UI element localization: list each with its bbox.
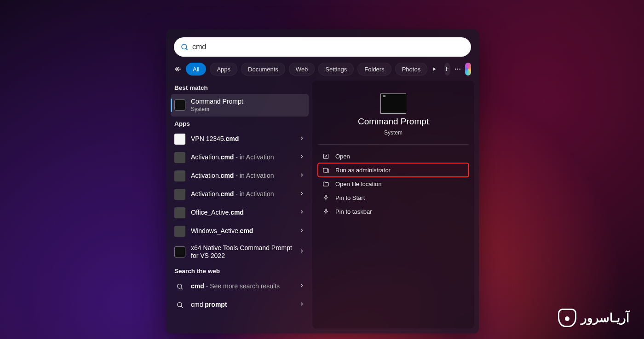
chevron-right-icon — [299, 248, 305, 256]
action-label: Run as administrator — [335, 167, 391, 174]
back-button[interactable] — [174, 62, 182, 76]
app-name: Command Prompt — [358, 117, 429, 127]
script-icon — [174, 226, 185, 237]
chevron-right-icon — [299, 172, 305, 180]
app-large-icon — [380, 94, 406, 114]
chevron-right-icon — [299, 190, 305, 199]
filter-folders[interactable]: Folders — [357, 63, 391, 76]
svg-line-11 — [181, 306, 183, 307]
search-icon — [174, 281, 185, 292]
action-pin-to-start[interactable]: Pin to Start — [318, 191, 469, 205]
chevron-right-icon — [299, 227, 305, 235]
result-best-match[interactable]: Command Prompt System — [171, 94, 309, 117]
action-run-as-administrator[interactable]: Run as administrator — [318, 163, 469, 177]
filter-web[interactable]: Web — [289, 63, 315, 76]
result-app[interactable]: Activation.cmd - in Activation — [171, 167, 309, 185]
action-label: Open — [335, 153, 350, 160]
svg-point-6 — [457, 69, 458, 70]
brand-logo-icon — [558, 309, 576, 327]
search-bar[interactable] — [174, 37, 471, 57]
result-app[interactable]: Office_Active.cmd — [171, 204, 309, 222]
pin-icon — [322, 194, 330, 201]
result-app[interactable]: x64 Native Tools Command Prompt for VS 2… — [171, 240, 309, 264]
results-column: Best match Command Prompt System Apps VP… — [171, 81, 309, 328]
app-category: System — [384, 129, 402, 136]
copilot-icon[interactable] — [465, 63, 471, 76]
script-icon — [174, 207, 185, 218]
search-icon — [180, 43, 189, 51]
svg-point-0 — [182, 44, 187, 49]
result-app[interactable]: Activation.cmd - in Activation — [171, 185, 309, 204]
search-icon — [174, 299, 185, 310]
filter-documents[interactable]: Documents — [241, 63, 285, 76]
filter-row: All Apps Documents Web Settings Folders … — [166, 57, 479, 81]
filter-more-button[interactable] — [431, 63, 437, 76]
shield-icon — [322, 167, 330, 174]
svg-point-10 — [178, 302, 182, 306]
filter-all[interactable]: All — [186, 63, 206, 76]
result-title: Command Prompt — [191, 98, 305, 106]
folder-icon — [322, 181, 330, 187]
section-best-match: Best match — [171, 81, 309, 94]
action-pin-to-taskbar[interactable]: Pin to taskbar — [318, 205, 469, 218]
chevron-right-icon — [299, 153, 305, 162]
cmd-icon — [174, 99, 185, 111]
result-app[interactable]: Windows_Active.cmd — [171, 222, 309, 240]
action-label: Pin to taskbar — [335, 208, 372, 215]
script-icon — [174, 189, 185, 200]
result-web[interactable]: cmd prompt — [171, 296, 309, 314]
action-label: Open file location — [335, 181, 381, 187]
brand-text: آریـاسرور — [581, 311, 629, 325]
svg-rect-13 — [323, 168, 327, 172]
user-avatar[interactable]: F — [444, 63, 450, 76]
svg-line-9 — [181, 287, 183, 289]
chevron-right-icon — [299, 135, 305, 143]
open-icon — [322, 153, 330, 160]
action-label: Pin to Start — [335, 194, 365, 201]
script-icon — [174, 170, 185, 181]
file-icon — [174, 134, 185, 145]
filter-settings[interactable]: Settings — [318, 63, 354, 76]
overflow-button[interactable] — [454, 63, 461, 76]
detail-pane: Command Prompt System Open Run as admini… — [312, 81, 474, 328]
svg-line-1 — [186, 48, 188, 50]
svg-point-8 — [178, 284, 182, 288]
action-open[interactable]: Open — [318, 149, 469, 163]
svg-marker-4 — [433, 68, 436, 71]
script-icon — [174, 152, 185, 163]
action-open-file-location[interactable]: Open file location — [318, 177, 469, 191]
result-subtitle: System — [191, 106, 305, 113]
result-app[interactable]: VPN 12345.cmd — [171, 130, 309, 148]
cmd-icon — [174, 246, 185, 257]
brand-watermark: آریـاسرور — [558, 309, 629, 327]
pin-icon — [322, 208, 330, 215]
chevron-right-icon — [299, 282, 305, 291]
section-web: Search the web — [171, 264, 309, 277]
svg-point-7 — [460, 69, 460, 70]
filter-apps[interactable]: Apps — [210, 63, 237, 76]
search-input[interactable] — [192, 43, 465, 51]
search-panel: All Apps Documents Web Settings Folders … — [166, 29, 479, 333]
chevron-right-icon — [299, 301, 305, 309]
chevron-right-icon — [299, 209, 305, 217]
filter-photos[interactable]: Photos — [395, 63, 427, 76]
result-web[interactable]: cmd - See more search results — [171, 277, 309, 296]
svg-point-5 — [455, 69, 456, 70]
section-apps: Apps — [171, 117, 309, 130]
result-app[interactable]: Activation.cmd - in Activation — [171, 148, 309, 167]
